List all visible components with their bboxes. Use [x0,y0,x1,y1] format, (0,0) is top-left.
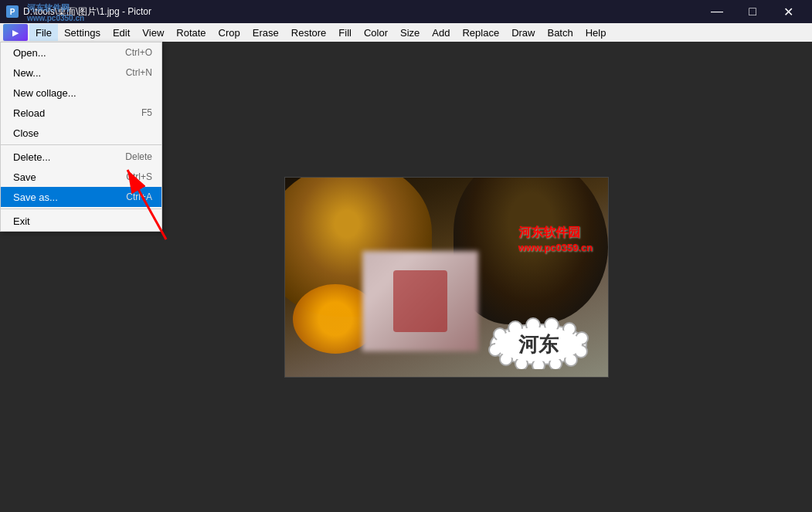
maximize-button[interactable]: □ [735,0,770,23]
file-logo[interactable]: ▶ [3,24,28,41]
menu-save-as-shortcut: Ctrl+A [126,192,152,202]
menu-item-erase[interactable]: Erase [246,24,285,41]
menu-close-label: Close [13,127,39,139]
separator-2 [1,209,161,209]
menu-open-label: Open... [13,47,46,59]
menu-item-rotate[interactable]: Rotate [170,24,212,41]
cn-title: 河东软件园 [518,224,593,241]
cn-url: www.pc0359.cn [518,241,593,255]
menu-new-label: New... [13,67,41,79]
svg-text:河东: 河东 [518,333,559,356]
menu-new-collage-label: New collage... [13,87,76,99]
menu-new-collage[interactable]: New collage... [1,83,161,103]
app-icon: P [6,5,19,18]
menu-item-edit[interactable]: Edit [107,24,136,41]
red-overlay [393,270,447,332]
menu-save-label: Save [13,171,36,183]
minimize-button[interactable]: — [699,0,735,23]
menu-new-shortcut: Ctrl+N [126,67,152,78]
menu-save-as-label: Save as... [13,192,58,203]
menu-delete-label: Delete... [13,151,50,163]
menu-delete[interactable]: Delete... Delete [1,147,161,167]
menu-item-size[interactable]: Size [394,24,426,41]
speech-bubble-container: 河东 [484,315,593,365]
menu-save[interactable]: Save Ctrl+S [1,167,161,187]
menu-item-view[interactable]: View [136,24,170,41]
menu-open[interactable]: Open... Ctrl+O [1,42,161,63]
title-text: D:\tools\桌面\图片\1.jpg - Pictor [23,5,151,19]
menu-open-shortcut: Ctrl+O [125,47,152,58]
title-bar-left: P D:\tools\桌面\图片\1.jpg - Pictor [6,5,151,19]
image-preview: 河东软件园 www.pc0359.cn [284,177,609,378]
menu-save-shortcut: Ctrl+S [126,171,152,182]
menu-item-crop[interactable]: Crop [212,24,246,41]
file-dropdown: Open... Ctrl+O New... Ctrl+N New collage… [0,42,162,232]
dog-scene: 河东软件园 www.pc0359.cn [285,178,608,377]
menu-close[interactable]: Close [1,123,161,143]
menu-item-batch[interactable]: Batch [541,24,579,41]
menu-item-file[interactable]: File [29,24,58,41]
menu-item-color[interactable]: Color [358,24,394,41]
menu-item-restore[interactable]: Restore [285,24,333,41]
menu-delete-shortcut: Delete [125,151,152,162]
menu-item-help[interactable]: Help [579,24,613,41]
menu-reload[interactable]: Reload F5 [1,103,161,123]
menu-item-draw[interactable]: Draw [505,24,541,41]
menu-save-as[interactable]: Save as... Ctrl+A [1,187,161,207]
title-bar: P D:\tools\桌面\图片\1.jpg - Pictor — □ ✕ [0,0,812,23]
menu-item-settings[interactable]: Settings [58,24,107,41]
menu-item-add[interactable]: Add [426,24,456,41]
menu-bar: ▶ File Settings Edit View Rotate Crop Er… [0,23,812,42]
menu-reload-shortcut: F5 [141,107,152,118]
menu-item-fill[interactable]: Fill [332,24,358,41]
menu-item-replace[interactable]: Replace [456,24,505,41]
menu-reload-label: Reload [13,107,45,119]
menu-exit[interactable]: Exit [1,211,161,231]
speech-bubble-svg: 河东 [484,315,593,369]
title-bar-controls: — □ ✕ [699,0,806,23]
separator-1 [1,144,161,145]
menu-new[interactable]: New... Ctrl+N [1,63,161,83]
close-button[interactable]: ✕ [770,0,806,23]
cn-text-overlay: 河东软件园 www.pc0359.cn [518,224,593,256]
menu-exit-label: Exit [13,215,30,227]
